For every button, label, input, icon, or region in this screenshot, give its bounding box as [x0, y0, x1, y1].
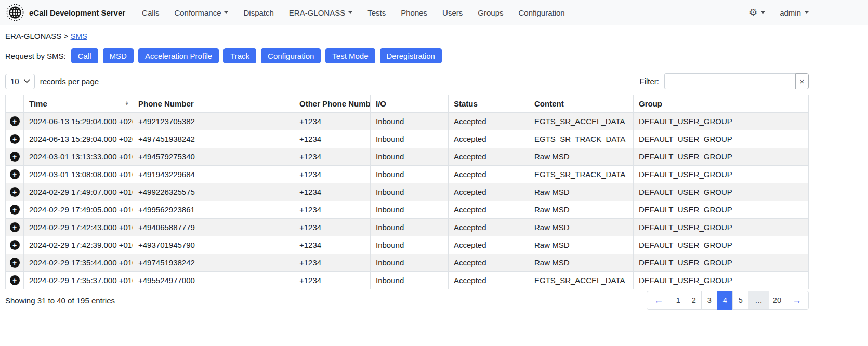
chevron-down-icon — [24, 79, 30, 83]
expand-row-button[interactable]: + — [10, 222, 20, 232]
nav-item-label: Tests — [367, 8, 386, 17]
pagination-page-4-active[interactable]: 4 — [717, 291, 733, 310]
expand-row-button[interactable]: + — [10, 152, 20, 162]
nav-item-phones[interactable]: Phones — [401, 8, 427, 17]
request-test-mode-button[interactable]: Test Mode — [325, 48, 375, 63]
column-header-other-phone-number[interactable]: Other Phone Number — [294, 95, 371, 113]
settings-menu[interactable]: ⚙ — [749, 8, 765, 17]
pagination-page-1[interactable]: 1 — [670, 291, 686, 310]
cell-status: Accepted — [449, 201, 529, 219]
request-msd-button[interactable]: MSD — [103, 48, 134, 63]
pagination-page-5[interactable]: 5 — [732, 291, 748, 310]
nav-item-groups[interactable]: Groups — [478, 8, 503, 17]
nav-item-users[interactable]: Users — [442, 8, 463, 17]
sort-desc-icon: ▼ — [125, 104, 129, 107]
cell-group: DEFAULT_USER_GROUP — [634, 113, 809, 130]
table-header-row: Time▲▼Phone NumberOther Phone NumberI/OS… — [6, 95, 809, 113]
expand-cell: + — [6, 166, 24, 183]
cell-io: Inbound — [371, 113, 449, 130]
cell-content: Raw MSD — [529, 183, 634, 201]
table-row: +2024-06-13 15:29:04.000 +0200+497451938… — [6, 130, 809, 148]
column-header-status[interactable]: Status — [449, 95, 529, 113]
request-call-button[interactable]: Call — [71, 48, 98, 63]
nav-item-label: Groups — [478, 8, 503, 17]
nav-item-conformance[interactable]: Conformance — [174, 8, 228, 17]
cell-group: DEFAULT_USER_GROUP — [634, 166, 809, 183]
table-row: +2024-03-01 13:08:08.000 +0100+491943229… — [6, 166, 809, 183]
expand-cell: + — [6, 148, 24, 166]
column-header-label: Status — [454, 99, 478, 108]
expand-row-button[interactable]: + — [10, 205, 20, 215]
cell-phone-number: +495524977000 — [133, 272, 294, 289]
cell-other-phone-number: +1234 — [294, 272, 371, 289]
expand-row-button[interactable]: + — [10, 275, 20, 285]
request-track-button[interactable]: Track — [223, 48, 256, 63]
pagination-page-3[interactable]: 3 — [701, 291, 717, 310]
cell-content: EGTS_SR_ACCEL_DATA — [529, 272, 634, 289]
filter-label: Filter: — [640, 77, 660, 86]
nav-item-label: ERA-GLONASS — [289, 8, 345, 17]
column-header-label: Time — [29, 99, 47, 108]
table-row: +2024-02-29 17:49:07.000 +0100+499226325… — [6, 183, 809, 201]
cell-phone-number: +494065887779 — [133, 219, 294, 236]
expand-cell: + — [6, 272, 24, 289]
cell-time: 2024-02-29 17:35:44.000 +0100 — [24, 254, 133, 272]
nav-item-label: Users — [442, 8, 463, 17]
breadcrumb-parent: ERA-GLONASS — [5, 32, 61, 41]
pagination-page-2[interactable]: 2 — [686, 291, 702, 310]
cell-status: Accepted — [449, 236, 529, 254]
request-configuration-button[interactable]: Configuration — [261, 48, 321, 63]
expand-row-button[interactable]: + — [10, 134, 20, 144]
table-row: +2024-03-01 13:13:33.000 +0100+494579275… — [6, 148, 809, 166]
expand-row-button[interactable]: + — [10, 258, 20, 268]
expand-row-button[interactable]: + — [10, 240, 20, 250]
expand-cell: + — [6, 183, 24, 201]
chevron-down-icon — [805, 11, 809, 14]
pagination-page-20[interactable]: 20 — [769, 291, 785, 310]
request-deregistration-button[interactable]: Deregistration — [380, 48, 442, 63]
cell-content: EGTS_SR_ACCEL_DATA — [529, 113, 634, 130]
cell-status: Accepted — [449, 130, 529, 148]
nav-item-configuration[interactable]: Configuration — [518, 8, 564, 17]
expand-row-button[interactable]: + — [10, 116, 20, 126]
column-header-time[interactable]: Time▲▼ — [24, 95, 133, 113]
globe-logo-icon — [6, 4, 24, 21]
cell-status: Accepted — [449, 166, 529, 183]
cell-io: Inbound — [371, 254, 449, 272]
nav-item-tests[interactable]: Tests — [367, 8, 386, 17]
breadcrumb-separator: > — [64, 32, 69, 41]
cell-other-phone-number: +1234 — [294, 201, 371, 219]
expand-cell: + — [6, 113, 24, 130]
cell-time: 2024-02-29 17:49:07.000 +0100 — [24, 183, 133, 201]
expand-row-button[interactable]: + — [10, 187, 20, 197]
cell-time: 2024-02-29 17:42:39.000 +0100 — [24, 236, 133, 254]
column-header-phone-number[interactable]: Phone Number — [133, 95, 294, 113]
column-header-group[interactable]: Group — [634, 95, 809, 113]
cell-other-phone-number: +1234 — [294, 113, 371, 130]
breadcrumb-link-sms[interactable]: SMS — [70, 32, 87, 41]
cell-phone-number: +491943229684 — [133, 166, 294, 183]
nav-item-dispatch[interactable]: Dispatch — [243, 8, 273, 17]
expand-row-button[interactable]: + — [10, 169, 20, 179]
cell-group: DEFAULT_USER_GROUP — [634, 236, 809, 254]
cell-status: Accepted — [449, 148, 529, 166]
nav-item-era-glonass[interactable]: ERA-GLONASS — [289, 8, 352, 17]
table-row: +2024-06-13 15:29:04.000 +0200+492123705… — [6, 113, 809, 130]
cell-other-phone-number: +1234 — [294, 183, 371, 201]
column-header-i-o[interactable]: I/O — [371, 95, 449, 113]
pagination-prev-button[interactable]: ← — [647, 291, 670, 310]
page-size-select[interactable]: 10 — [5, 74, 35, 89]
sms-table: Time▲▼Phone NumberOther Phone NumberI/OS… — [5, 95, 809, 289]
cell-io: Inbound — [371, 219, 449, 236]
pagination-next-button[interactable]: → — [785, 291, 809, 310]
cell-other-phone-number: +1234 — [294, 219, 371, 236]
filter-input[interactable] — [664, 73, 795, 89]
column-header-content[interactable]: Content — [529, 95, 634, 113]
cell-status: Accepted — [449, 254, 529, 272]
user-menu[interactable]: admin — [780, 8, 809, 17]
expand-cell: + — [6, 219, 24, 236]
nav-item-calls[interactable]: Calls — [142, 8, 159, 17]
cell-other-phone-number: +1234 — [294, 254, 371, 272]
filter-clear-button[interactable]: × — [795, 73, 809, 89]
request-acceleration-profile-button[interactable]: Acceleration Profile — [138, 48, 219, 63]
